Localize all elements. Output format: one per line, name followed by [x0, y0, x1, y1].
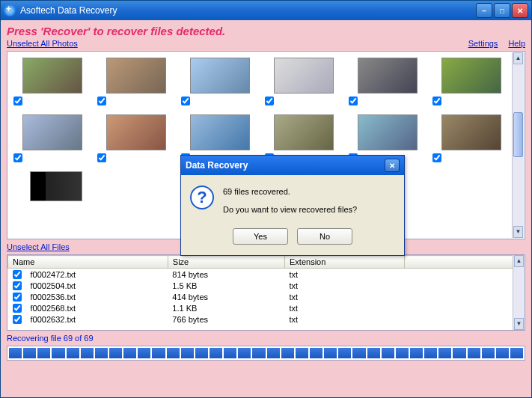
table-row[interactable]: f0002504.txt1.5 KBtxt — [8, 280, 525, 291]
file-name: f0002536.txt — [26, 291, 168, 302]
dialog-line1: 69 files recovered. — [223, 186, 357, 199]
dialog-close-button[interactable]: ✕ — [385, 159, 400, 172]
photo-checkbox[interactable] — [265, 97, 274, 105]
column-header-size[interactable]: Size — [168, 256, 284, 269]
file-size: 414 bytes — [168, 291, 284, 302]
close-button[interactable]: ✕ — [512, 3, 528, 18]
instructions-text: Press 'Recover' to recover files detecte… — [7, 25, 525, 37]
titlebar: Asoftech Data Recovery – □ ✕ — [1, 1, 531, 20]
app-icon — [4, 4, 16, 16]
column-header-name[interactable]: Name — [8, 256, 168, 269]
status-text: Recovering file 69 of 69 — [7, 334, 525, 343]
file-ext: txt — [285, 269, 405, 281]
photo-item[interactable] — [432, 58, 501, 107]
thumbnail-image — [106, 114, 166, 150]
thumbnail-image — [274, 114, 334, 150]
file-ext: txt — [285, 313, 405, 325]
window-title: Asoftech Data Recovery — [20, 5, 474, 16]
photo-link-row: Unselect All Photos Settings Help — [7, 39, 525, 48]
photo-checkbox[interactable] — [349, 97, 358, 105]
file-ext: txt — [285, 291, 405, 302]
file-checkbox[interactable] — [13, 315, 22, 324]
photo-item[interactable] — [349, 58, 418, 107]
file-ext: txt — [285, 280, 405, 291]
no-button[interactable]: No — [297, 228, 352, 245]
thumbnail-image — [190, 114, 250, 150]
thumbnail-image — [22, 58, 82, 94]
maximize-button[interactable]: □ — [494, 3, 510, 18]
file-name: f0002568.txt — [26, 302, 168, 313]
table-row[interactable]: f0002632.txt766 bytestxt — [8, 313, 525, 325]
thumbnail-image — [274, 58, 334, 94]
photo-checkbox[interactable] — [432, 97, 441, 105]
unselect-all-files-link[interactable]: Unselect All Files — [7, 242, 70, 251]
dialog-message: 69 files recovered. Do you want to view … — [223, 186, 357, 216]
photo-item[interactable] — [265, 58, 334, 107]
file-table: Name Size Extension f0002472.txt814 byte… — [7, 255, 525, 325]
thumbnail-image — [441, 114, 501, 150]
thumbnail-image — [441, 58, 501, 94]
file-size: 1.5 KB — [168, 280, 284, 291]
photo-item[interactable] — [432, 114, 501, 164]
dialog-line2: Do you want to view recovered files? — [223, 203, 357, 217]
file-name: f0002472.txt — [26, 269, 168, 281]
photo-item[interactable] — [181, 58, 250, 107]
unselect-all-photos-link[interactable]: Unselect All Photos — [7, 39, 78, 48]
dialog-title: Data Recovery — [186, 160, 385, 171]
scroll-thumb[interactable] — [513, 112, 523, 157]
app-window: Asoftech Data Recovery – □ ✕ Press 'Reco… — [0, 0, 532, 398]
table-row[interactable]: f0002536.txt414 bytestxt — [8, 291, 525, 302]
recovery-dialog: Data Recovery ✕ ? 69 files recovered. Do… — [180, 155, 405, 256]
file-size: 766 bytes — [168, 313, 284, 325]
thumbnail-image — [22, 114, 82, 150]
photo-item[interactable] — [13, 114, 82, 164]
file-checkbox[interactable] — [13, 270, 22, 279]
file-panel: Name Size Extension f0002472.txt814 byte… — [7, 254, 525, 331]
scroll-down-icon[interactable]: ▼ — [513, 226, 523, 238]
yes-button[interactable]: Yes — [233, 228, 288, 245]
file-size: 814 bytes — [168, 269, 284, 281]
file-size: 1.1 KB — [168, 302, 284, 313]
file-scrollbar[interactable]: ▲ ▼ — [513, 255, 525, 330]
minimize-button[interactable]: – — [476, 3, 492, 18]
scroll-up-icon[interactable]: ▲ — [513, 52, 523, 64]
thumbnail-image — [358, 58, 418, 94]
photo-checkbox[interactable] — [13, 153, 22, 162]
thumbnail-image — [106, 58, 166, 94]
photo-item[interactable] — [13, 58, 82, 107]
file-ext: txt — [285, 302, 405, 313]
file-checkbox[interactable] — [13, 293, 22, 301]
file-checkbox[interactable] — [13, 304, 22, 313]
photo-item[interactable] — [97, 114, 166, 164]
photo-checkbox[interactable] — [181, 97, 190, 105]
column-header-extension[interactable]: Extension — [285, 256, 405, 269]
photo-checkbox[interactable] — [97, 97, 106, 105]
thumbnail-image — [30, 171, 82, 201]
progress-bar — [7, 346, 525, 361]
file-name: f0002632.txt — [26, 313, 168, 325]
photo-scrollbar[interactable]: ▲ ▼ — [512, 52, 524, 238]
file-checkbox[interactable] — [13, 281, 22, 290]
scroll-down-icon[interactable]: ▼ — [514, 318, 524, 330]
settings-link[interactable]: Settings — [468, 39, 498, 48]
photo-item[interactable] — [97, 58, 166, 107]
photo-checkbox[interactable] — [432, 153, 441, 162]
file-name: f0002504.txt — [26, 280, 168, 291]
dialog-titlebar: Data Recovery ✕ — [181, 156, 404, 175]
column-header-empty[interactable] — [405, 256, 525, 269]
table-row[interactable]: f0002568.txt1.1 KBtxt — [8, 302, 525, 313]
thumbnail-image — [190, 58, 250, 94]
help-link[interactable]: Help — [508, 39, 525, 48]
photo-checkbox[interactable] — [97, 153, 106, 162]
photo-item[interactable] — [13, 171, 82, 201]
table-row[interactable]: f0002472.txt814 bytestxt — [8, 269, 525, 281]
scroll-up-icon[interactable]: ▲ — [514, 255, 524, 267]
question-icon: ? — [190, 186, 214, 209]
thumbnail-image — [358, 114, 418, 150]
photo-checkbox[interactable] — [13, 97, 22, 105]
